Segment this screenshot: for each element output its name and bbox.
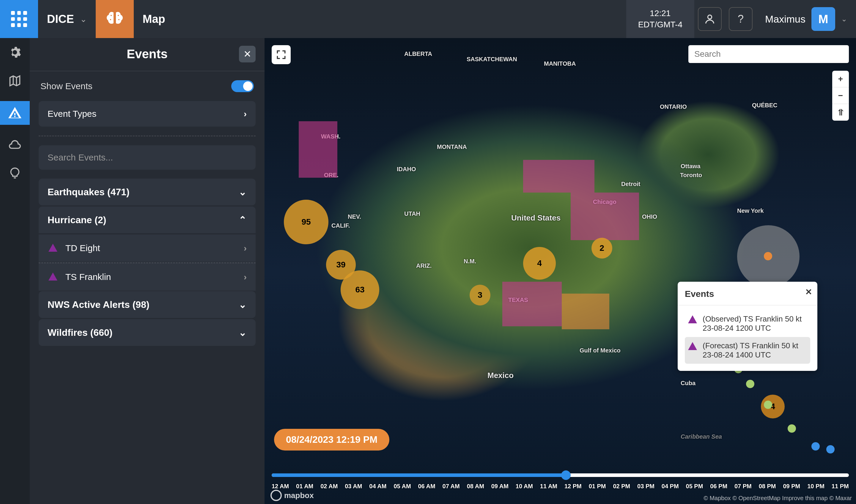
- timeline-tick: 12 PM: [565, 483, 582, 490]
- timeline-tick: 07 PM: [734, 483, 752, 490]
- timeline-tick: 08 PM: [759, 483, 776, 490]
- timeline-fill: [272, 473, 566, 477]
- cloud-icon: [8, 139, 21, 151]
- popup-event-text: (Observed) TS Franklin 50 kt 23-08-24 12…: [702, 314, 808, 333]
- cluster-marker[interactable]: 2: [591, 238, 612, 258]
- events-popup: Events ✕ (Observed) TS Franklin 50 kt 23…: [678, 282, 817, 371]
- brain-icon: [105, 10, 124, 29]
- popup-close-button[interactable]: ✕: [805, 287, 812, 297]
- chevron-down-icon: ⌄: [239, 299, 247, 310]
- brain-tile[interactable]: [96, 0, 134, 38]
- map-label: Mexico: [487, 371, 514, 380]
- zoom-out-button[interactable]: −: [832, 87, 849, 104]
- event-types-label: Event Types: [48, 109, 96, 119]
- rail-item-alerts[interactable]: [0, 101, 30, 125]
- rail-item-bulb[interactable]: [6, 165, 23, 182]
- chevron-right-icon: ›: [244, 243, 247, 253]
- map-canvas[interactable]: United States Mexico ALBERTA SASKATCHEWA…: [265, 38, 856, 504]
- map-label: Toronto: [680, 172, 702, 179]
- app-header: DICE ⌄ Map 12:21 EDT/GMT-4 ? Maximus M ⌄: [0, 0, 856, 38]
- svg-point-0: [111, 15, 112, 16]
- map-search-input[interactable]: [694, 45, 843, 63]
- profile-button[interactable]: [698, 7, 721, 31]
- user-menu[interactable]: Maximus M ⌄: [756, 7, 856, 31]
- item-label: TD Eight: [65, 243, 100, 253]
- zoom-in-button[interactable]: +: [832, 71, 849, 87]
- timeline-tick: 11 PM: [832, 483, 849, 490]
- map-label: Cuba: [681, 380, 696, 386]
- timeline-tick: 06 PM: [710, 483, 727, 490]
- timeline-tick: 01 PM: [589, 483, 606, 490]
- close-panel-button[interactable]: ✕: [239, 46, 255, 62]
- brand-selector[interactable]: DICE ⌄: [38, 13, 96, 25]
- timeline-ticks: 12 AM01 AM02 AM03 AM04 AM05 AM06 AM07 AM…: [272, 483, 849, 490]
- category-wildfires[interactable]: Wildfires (660) ⌄: [39, 319, 255, 346]
- lightbulb-icon: [8, 167, 21, 180]
- rail-item-settings[interactable]: [6, 44, 23, 60]
- show-events-label: Show Events: [40, 81, 92, 91]
- timeline-tick: 09 PM: [783, 483, 800, 490]
- map-label: QUÉBEC: [752, 102, 778, 109]
- timeline-tick: 04 PM: [662, 483, 679, 490]
- hurricane-item-td-eight[interactable]: TD Eight ›: [39, 234, 255, 262]
- timeline-handle[interactable]: [561, 470, 571, 480]
- avatar: M: [812, 7, 835, 31]
- timeline-track[interactable]: [272, 473, 849, 477]
- timeline-tick: 03 PM: [637, 483, 655, 490]
- popup-event-forecast[interactable]: (Forecast) TS Franklin 50 kt 23-08-24 14…: [685, 337, 810, 364]
- map-search-box[interactable]: [688, 45, 849, 63]
- events-panel: Events ✕ Show Events Event Types › Earth…: [30, 38, 265, 504]
- show-events-toggle[interactable]: [231, 80, 254, 92]
- timeline-tick: 05 AM: [393, 483, 411, 490]
- cluster-marker[interactable]: 4: [523, 247, 556, 280]
- hurricane-item-ts-franklin[interactable]: TS Franklin ›: [39, 263, 255, 291]
- map-label: CALIF.: [332, 222, 350, 229]
- fullscreen-button[interactable]: [272, 45, 291, 64]
- rail-item-cloud[interactable]: [6, 137, 23, 154]
- category-nws-alerts[interactable]: NWS Active Alerts (98) ⌄: [39, 291, 255, 318]
- chevron-up-icon: ⌃: [239, 214, 247, 226]
- zoom-controls: + − ⥣: [832, 71, 849, 121]
- alert-triangle-icon: [8, 106, 22, 120]
- map-label: OHIO: [642, 213, 657, 220]
- map-label: Gulf of Mexico: [579, 347, 621, 354]
- storm-track-point: [826, 445, 835, 453]
- help-button[interactable]: ?: [729, 7, 753, 31]
- rail-item-map[interactable]: [6, 73, 23, 89]
- timeline-tick: 09 AM: [491, 483, 509, 490]
- chevron-right-icon: ›: [244, 272, 247, 282]
- search-events-box[interactable]: [39, 145, 255, 170]
- cluster-marker[interactable]: 3: [469, 285, 491, 306]
- category-earthquakes[interactable]: Earthquakes (471) ⌄: [39, 179, 255, 205]
- mapbox-logo: mapbox: [270, 490, 314, 501]
- app-launcher-button[interactable]: [0, 0, 38, 38]
- hurricane-icon: [687, 314, 698, 325]
- chevron-down-icon: ⌄: [841, 15, 847, 23]
- category-hurricane[interactable]: Hurricane (2) ⌃: [39, 206, 255, 233]
- svg-point-1: [118, 15, 119, 16]
- map-label: IDAHO: [397, 166, 416, 173]
- alert-region: [571, 193, 639, 240]
- cluster-marker[interactable]: 95: [284, 200, 328, 244]
- map-label: SASKATCHEWAN: [467, 56, 517, 63]
- event-types-button[interactable]: Event Types ›: [39, 101, 255, 127]
- popup-event-text: (Forecast) TS Franklin 50 kt 23-08-24 14…: [702, 341, 808, 360]
- plus-icon: +: [838, 74, 843, 84]
- storm-track-point: [788, 425, 796, 433]
- question-icon: ?: [738, 13, 744, 25]
- map-icon: [8, 74, 21, 87]
- reset-north-button[interactable]: ⥣: [832, 104, 849, 121]
- popup-event-observed[interactable]: (Observed) TS Franklin 50 kt 23-08-24 12…: [685, 310, 810, 337]
- storm-track-point: [812, 442, 820, 450]
- alert-region: [523, 160, 594, 193]
- map-label: ARIZ.: [416, 263, 431, 269]
- cluster-marker[interactable]: 63: [341, 270, 379, 309]
- timeline-tick: 07 AM: [443, 483, 460, 490]
- map-label: NEV.: [348, 213, 361, 220]
- page-title: Map: [134, 13, 165, 25]
- storm-position[interactable]: [764, 252, 772, 260]
- timeline-tick: 05 PM: [686, 483, 703, 490]
- hurricane-icon: [48, 243, 58, 253]
- search-events-input[interactable]: [48, 152, 247, 163]
- person-icon: [704, 13, 716, 25]
